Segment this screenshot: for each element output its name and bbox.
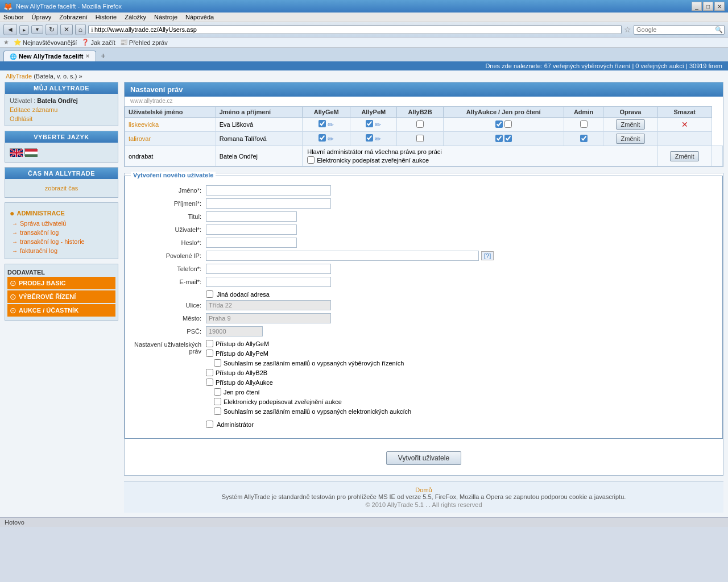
ip-help-link[interactable]: [?] [481, 251, 494, 260]
menu-item-historie[interactable]: Historie [96, 14, 117, 20]
dropdown-button[interactable]: ▼ [31, 25, 43, 34]
fakturace-link[interactable]: fakturační log [20, 247, 57, 254]
admin-check[interactable] [206, 421, 213, 428]
sign-check-3[interactable] [307, 156, 315, 164]
sidebar: MŮJ ALLYTRADE Uživatel : Batela Ondřej E… [5, 82, 118, 513]
new-tab-button[interactable]: + [97, 50, 109, 61]
uzivatel-input[interactable] [206, 225, 297, 235]
b2b-check-2[interactable] [416, 135, 424, 142]
menu-item-soubor[interactable]: Soubor [3, 14, 23, 20]
zmenit-btn-2[interactable]: Změnit [616, 134, 646, 144]
sidebar-item-aukce[interactable]: ⊙ AUKCE / ÚČASTNÍK [7, 304, 115, 317]
admin-check-2[interactable] [580, 135, 588, 142]
aukce-label: AUKCE / ÚČASTNÍK [19, 307, 78, 314]
bookmark-popular[interactable]: ⭐ Nejnavštěvovanější [14, 39, 77, 46]
mesto-input[interactable] [206, 313, 331, 323]
zmenit-btn-3[interactable]: Změnit [670, 151, 700, 161]
delete-icon-1[interactable]: ✕ [681, 120, 688, 129]
tab-allytrade[interactable]: 🌐 New AllyTrade facelift ✕ [3, 51, 96, 61]
stop-button[interactable]: ✕ [60, 24, 73, 35]
col-pem: AllyPeM [350, 107, 397, 118]
admin-check-1[interactable] [580, 120, 588, 128]
footer-home-link[interactable]: Domů [415, 487, 432, 493]
back-button[interactable]: ◄ [3, 24, 17, 35]
sidebar-item-transakce-hist[interactable]: → transakční log - historie [10, 237, 113, 246]
prijmeni-input[interactable] [206, 198, 331, 209]
browser-menubar: SouborÚpravyZobrazeníHistorieZáložkyNást… [0, 13, 728, 22]
minimize-btn[interactable]: _ [692, 2, 702, 11]
address-input[interactable] [94, 26, 619, 33]
search-box[interactable]: 🔍 [634, 25, 725, 35]
cteni-check-1[interactable] [504, 120, 512, 128]
perm-email-aukce-check[interactable] [214, 408, 221, 415]
star-icon[interactable]: ☆ [624, 25, 631, 34]
search-icon[interactable]: 🔍 [715, 26, 723, 34]
aukce-check-1[interactable] [495, 120, 503, 128]
jmeno-input[interactable] [206, 185, 331, 196]
sidebar-item-prodej[interactable]: ⊙ PRODEJ BASIC [7, 277, 115, 289]
sidebar-item-fakturace[interactable]: → fakturační log [10, 246, 113, 255]
email-input[interactable] [206, 277, 331, 287]
transakce-hist-link[interactable]: transakční log - historie [20, 238, 85, 245]
bookmarks-bar: ★ ⭐ Nejnavštěvovanější ❓ Jak začít 📰 Pře… [0, 38, 728, 48]
ip-input[interactable] [206, 251, 479, 261]
b2b-check-1[interactable] [416, 120, 424, 128]
perm-sign-check[interactable] [214, 398, 221, 405]
pem-check-2[interactable] [366, 134, 373, 142]
user-link-1[interactable]: liskeevicka [129, 121, 159, 128]
sidebar-edit-link[interactable]: Editace záznamu [10, 106, 113, 113]
search-input[interactable] [636, 26, 715, 33]
page-wrapper: Dnes zde naleznete: 67 veřejných výběrov… [0, 61, 728, 517]
maximize-btn[interactable]: □ [703, 2, 713, 11]
close-btn[interactable]: ✕ [714, 2, 725, 11]
menu-item-zobrazení[interactable]: Zobrazení [59, 14, 88, 20]
tab-close-icon[interactable]: ✕ [85, 53, 90, 59]
cteni-check-2[interactable] [504, 135, 512, 142]
perm-jen-cteni-check[interactable] [214, 388, 221, 396]
aukce-check-2[interactable] [495, 135, 503, 142]
flag-uk[interactable] [10, 148, 22, 156]
transakce-link[interactable]: transakční log [20, 229, 59, 236]
menu-item-záložky[interactable]: Záložky [125, 14, 146, 20]
psc-input[interactable] [206, 326, 263, 336]
address-bar[interactable]: ℹ [88, 25, 622, 34]
browser-statusbar: Hotovo [0, 517, 728, 527]
col-username: Uživatelské jméno [125, 107, 216, 118]
menu-item-úpravy[interactable]: Úpravy [31, 14, 51, 20]
sidebar-item-transakce[interactable]: → transakční log [10, 228, 113, 237]
sidebar-time-link[interactable]: zobrazit čas [10, 182, 113, 194]
perm-pem-check[interactable] [206, 350, 213, 357]
breadcrumb-allytrade-link[interactable]: AllyTrade [6, 73, 32, 80]
heslo-input[interactable] [206, 238, 297, 248]
perm-pem-email-check[interactable] [214, 359, 221, 367]
flag-hu[interactable] [24, 148, 37, 156]
gem-check-1[interactable] [318, 120, 326, 127]
zmenit-btn-1[interactable]: Změnit [616, 119, 646, 130]
sidebar-item-sprava[interactable]: → Správa uživatelů [10, 219, 113, 228]
perm-gem-check[interactable] [206, 340, 213, 347]
ulice-input[interactable] [206, 300, 331, 310]
pem-check-1[interactable] [366, 120, 373, 127]
fullname-cell-2: Romana Talířová [216, 132, 303, 146]
telefon-input[interactable] [206, 264, 331, 274]
sidebar-item-vyber[interactable]: ⊙ VÝBĚROVÉ ŘÍZENÍ [7, 290, 115, 303]
jina-adresa-check[interactable] [206, 290, 213, 298]
create-user-button[interactable]: Vytvořit uživatele [386, 451, 461, 465]
home-button[interactable]: ⌂ [75, 24, 86, 35]
bookmark-start[interactable]: ❓ Jak začít [81, 39, 115, 46]
menu-item-nástroje[interactable]: Nástroje [154, 14, 177, 20]
user-link-2[interactable]: talirovar [129, 135, 151, 142]
form-row-permissions: Nastavení uživatelských práv Přístup do … [132, 340, 715, 417]
menu-item-nápověda[interactable]: Nápověda [185, 14, 214, 20]
form-row-titul: Titul: [132, 211, 715, 222]
sidebar-logout-link[interactable]: Odhlásit [10, 115, 113, 122]
sprava-link[interactable]: Správa uživatelů [20, 220, 66, 227]
titul-input[interactable] [206, 211, 297, 222]
forward-button[interactable]: ▸ [19, 25, 29, 35]
bookmark-news[interactable]: 📰 Přehled zpráv [120, 39, 168, 46]
perm-b2b-check[interactable] [206, 369, 213, 376]
perm-aukce-check[interactable] [206, 379, 213, 386]
gem-check-2[interactable] [318, 134, 326, 142]
oprava-cell-3: Změnit [657, 146, 712, 167]
refresh-button[interactable]: ↻ [46, 24, 58, 35]
